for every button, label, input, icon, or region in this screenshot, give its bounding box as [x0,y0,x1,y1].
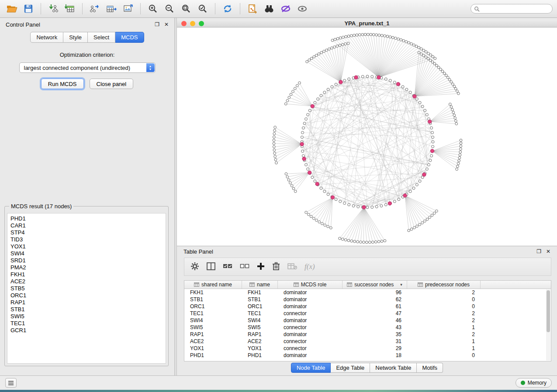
column-header-successor-nodes[interactable]: successor nodes▾ [343,281,407,289]
sort-dropdown-icon[interactable]: ▾ [400,282,402,287]
table-row[interactable]: SWI5SWI5connector431 [184,324,551,331]
import-table-icon [65,3,75,14]
table-row[interactable]: PHD1PHD1dominator180 [184,352,551,359]
table-settings-gear-icon[interactable] [190,262,199,272]
mcds-result-item[interactable]: CAR1 [10,222,163,229]
search-binoculars-button[interactable] [262,2,277,15]
table-row[interactable]: YOX1YOX1connector291 [184,345,551,352]
close-panel-icon[interactable]: ✕ [546,248,550,254]
mcds-result-item[interactable]: STB1 [10,306,163,313]
mcds-result-item[interactable]: ORC1 [10,292,163,299]
table-tabs: Node TableEdge TableNetwork TableMotifs [177,363,557,373]
export-network-button[interactable] [87,2,102,15]
table-row[interactable]: FKH1FKH1dominator962 [184,289,551,296]
status-bar: Memory [0,375,557,390]
tab-edge-table[interactable]: Edge Table [331,363,370,373]
zoom-in-button[interactable] [145,2,160,15]
toolbar-search[interactable] [471,4,553,14]
close-panel-button[interactable]: Close panel [90,79,134,89]
network-canvas[interactable] [177,28,557,246]
mcds-result-item[interactable]: STB5 [10,285,163,292]
mcds-result-item[interactable]: PMA2 [10,264,163,271]
column-header-name[interactable]: name [242,281,278,289]
column-header-MCDS-role[interactable]: MCDS role [278,281,343,289]
copy-document-button[interactable] [245,2,260,15]
import-network-button[interactable] [46,2,61,15]
mcds-result-item[interactable]: SWI5 [10,313,163,320]
column-header-predecessor-nodes[interactable]: predecessor nodes [407,281,481,289]
select-all-checks-icon[interactable] [223,263,232,271]
save-button[interactable] [21,2,36,15]
zoom-out-button[interactable] [162,2,177,15]
tab-node-table[interactable]: Node Table [291,363,331,373]
mcds-result-item[interactable]: GCR1 [10,327,163,334]
column-header-shared-name[interactable]: shared name [184,281,242,289]
table-row[interactable]: TEC1TEC1connector472 [184,310,551,317]
table-panel: Table Panel ❐ ✕ f(x) shared namenameMCD [177,246,557,375]
mcds-result-item[interactable]: SRD1 [10,257,163,264]
float-panel-icon[interactable]: ❐ [155,21,159,28]
show-columns-icon[interactable] [207,262,215,272]
window-maximize-icon[interactable] [199,21,204,26]
export-table-button[interactable] [104,2,119,15]
search-input[interactable] [482,6,547,12]
open-folder-icon [6,4,17,14]
float-panel-icon[interactable]: ❐ [536,248,541,254]
import-table-button[interactable] [62,2,77,15]
mcds-result-item[interactable]: FKH1 [10,271,163,278]
mcds-result-item[interactable]: TID3 [10,236,163,243]
delete-column-icon[interactable] [272,262,280,272]
mcds-result-item[interactable]: RAP1 [10,299,163,306]
export-image-button[interactable] [121,2,135,15]
network-graph[interactable] [177,28,557,246]
tab-network-table[interactable]: Network Table [370,363,417,373]
criterion-dropdown[interactable]: largest connected component (undirected)… [19,62,156,73]
console-menu-button[interactable] [5,378,17,388]
hide-details-button[interactable] [278,2,293,15]
tab-select[interactable]: Select [88,32,115,43]
network-window-titlebar[interactable]: YPA_prune.txt_1 [177,20,557,28]
export-network-icon [90,3,100,14]
table-row[interactable]: ORC1ORC1dominator610 [184,303,551,310]
toolbar-separator [140,3,141,14]
open-folder-button[interactable] [4,2,19,15]
window-minimize-icon[interactable] [190,21,195,26]
window-close-icon[interactable] [181,21,187,26]
tab-mcds[interactable]: MCDS [115,32,144,43]
mcds-result-item[interactable]: YOX1 [10,243,163,250]
close-panel-icon[interactable]: ✕ [164,21,169,28]
mcds-result-item[interactable]: STP4 [10,229,163,236]
tab-style[interactable]: Style [63,32,88,43]
toolbar-separator [82,3,83,14]
toolbar-separator [215,3,215,14]
memory-button[interactable]: Memory [515,378,552,388]
tab-motifs[interactable]: Motifs [417,363,443,373]
binoculars-icon [263,3,275,14]
refresh-layout-button[interactable] [220,2,235,15]
mcds-result-item[interactable]: SWI4 [10,250,163,257]
table-row[interactable]: ACE2ACE2connector311 [184,338,551,345]
table-scrollbar[interactable] [546,289,550,361]
table-row[interactable]: STB1STB1dominator620 [184,296,551,303]
memory-button-label: Memory [528,380,547,386]
toolbar-separator [240,3,240,14]
import-table-disabled-icon [287,263,297,271]
run-mcds-button[interactable]: Run MCDS [41,79,84,89]
mcds-result-item[interactable]: TEC1 [10,320,163,327]
function-builder-icon: f(x) [304,262,315,271]
table-toolbar: f(x) [184,258,551,276]
table-row[interactable]: SWI4SWI4dominator462 [184,317,551,324]
table-row[interactable]: RAP1RAP1dominator352 [184,331,551,338]
add-column-icon[interactable] [257,262,265,272]
mcds-result-group: MCDS result (17 nodes) PHD1CAR1STP4TID3Y… [4,203,169,366]
tab-network[interactable]: Network [30,32,63,43]
mcds-result-item[interactable]: ACE2 [10,278,163,285]
save-icon [24,4,33,14]
show-details-button[interactable] [295,2,310,15]
zoom-fit-button[interactable] [179,2,194,15]
zoom-selected-button[interactable] [195,2,210,15]
scrollbar-thumb[interactable] [547,290,550,332]
mcds-result-list[interactable]: PHD1CAR1STP4TID3YOX1SWI4SRD1PMA2FKH1ACE2… [7,213,166,364]
clear-all-checks-icon[interactable] [240,263,249,271]
mcds-result-item[interactable]: PHD1 [10,215,163,222]
